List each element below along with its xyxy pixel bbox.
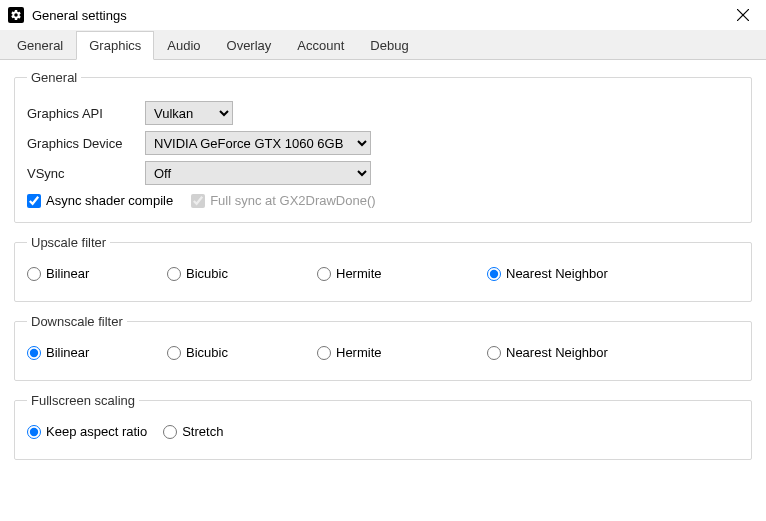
graphics-api-select[interactable]: Vulkan bbox=[145, 101, 233, 125]
fullscreen-group: Fullscreen scaling Keep aspect ratio Str… bbox=[14, 393, 752, 460]
downscale-group: Downscale filter Bilinear Bicubic Hermit… bbox=[14, 314, 752, 381]
full-sync-label: Full sync at GX2DrawDone() bbox=[210, 193, 375, 208]
upscale-hermite[interactable]: Hermite bbox=[317, 266, 487, 281]
upscale-group: Upscale filter Bilinear Bicubic Hermite … bbox=[14, 235, 752, 302]
tab-account[interactable]: Account bbox=[284, 31, 357, 59]
async-shader-checkbox[interactable]: Async shader compile bbox=[27, 193, 173, 208]
downscale-bicubic[interactable]: Bicubic bbox=[167, 345, 317, 360]
tab-overlay[interactable]: Overlay bbox=[214, 31, 285, 59]
graphics-device-label: Graphics Device bbox=[27, 136, 145, 151]
downscale-bilinear[interactable]: Bilinear bbox=[27, 345, 167, 360]
vsync-label: VSync bbox=[27, 166, 145, 181]
downscale-hermite[interactable]: Hermite bbox=[317, 345, 487, 360]
general-group: General Graphics API Vulkan Graphics Dev… bbox=[14, 70, 752, 223]
full-sync-input bbox=[191, 194, 205, 208]
tab-general[interactable]: General bbox=[4, 31, 76, 59]
graphics-device-select[interactable]: NVIDIA GeForce GTX 1060 6GB bbox=[145, 131, 371, 155]
fullscreen-legend: Fullscreen scaling bbox=[27, 393, 139, 408]
general-legend: General bbox=[27, 70, 81, 85]
close-button[interactable] bbox=[728, 0, 758, 30]
fullscreen-stretch[interactable]: Stretch bbox=[163, 424, 223, 439]
upscale-nearest[interactable]: Nearest Neighbor bbox=[487, 266, 667, 281]
tab-audio[interactable]: Audio bbox=[154, 31, 213, 59]
fullscreen-keep-aspect[interactable]: Keep aspect ratio bbox=[27, 424, 147, 439]
content-area: General Graphics API Vulkan Graphics Dev… bbox=[0, 60, 766, 482]
async-shader-input[interactable] bbox=[27, 194, 41, 208]
gear-icon bbox=[8, 7, 24, 23]
upscale-bicubic[interactable]: Bicubic bbox=[167, 266, 317, 281]
full-sync-checkbox: Full sync at GX2DrawDone() bbox=[191, 193, 375, 208]
async-shader-label: Async shader compile bbox=[46, 193, 173, 208]
tab-graphics[interactable]: Graphics bbox=[76, 31, 154, 60]
downscale-nearest[interactable]: Nearest Neighbor bbox=[487, 345, 667, 360]
upscale-legend: Upscale filter bbox=[27, 235, 110, 250]
titlebar: General settings bbox=[0, 0, 766, 30]
tab-bar: General Graphics Audio Overlay Account D… bbox=[0, 30, 766, 60]
vsync-select[interactable]: Off bbox=[145, 161, 371, 185]
downscale-legend: Downscale filter bbox=[27, 314, 127, 329]
window-title: General settings bbox=[32, 8, 728, 23]
upscale-bilinear[interactable]: Bilinear bbox=[27, 266, 167, 281]
graphics-api-label: Graphics API bbox=[27, 106, 145, 121]
tab-debug[interactable]: Debug bbox=[357, 31, 421, 59]
